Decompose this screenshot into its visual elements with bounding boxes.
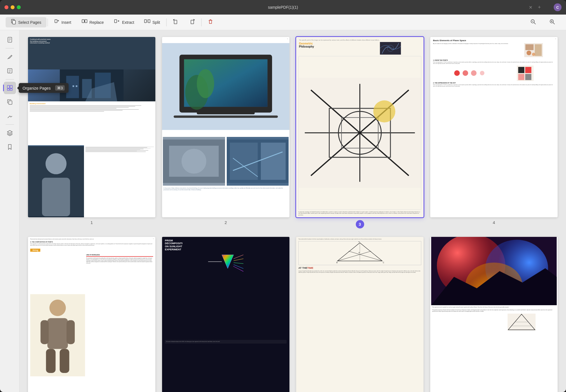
svg-point-79: [480, 71, 485, 75]
page-item-5[interactable]: 5 Points also have dominant and recessiv…: [28, 237, 155, 392]
page-number-4: 4: [493, 220, 495, 225]
svg-rect-84: [525, 74, 531, 80]
pages-area[interactable]: 1 Combined with practical cases,the buil…: [20, 30, 566, 392]
sidebar-item-doc[interactable]: [4, 34, 16, 46]
svg-rect-56: [230, 143, 258, 180]
sidebar-item-organize[interactable]: Organize Pages ⌘3: [4, 82, 16, 94]
toolbar-divider-1: [48, 18, 48, 26]
svg-rect-25: [8, 69, 12, 73]
maximize-button[interactable]: [17, 5, 21, 9]
svg-point-54: [181, 149, 206, 174]
split-label: Split: [152, 20, 160, 25]
active-indicator: [3, 85, 4, 91]
svg-line-24: [8, 59, 8, 59]
svg-point-42: [46, 153, 67, 174]
sidebar-item-sign[interactable]: [4, 110, 16, 122]
zoom-out-button[interactable]: [525, 17, 541, 27]
svg-rect-12: [191, 20, 194, 24]
traffic-lights: [4, 5, 21, 9]
page-item-6[interactable]: PRISMDECOMPOSITION SUNLIGHTEXPERIMENT: [162, 237, 289, 392]
svg-rect-1: [13, 20, 15, 24]
rotate-left-button[interactable]: [168, 17, 184, 27]
svg-point-86: [50, 300, 66, 316]
svg-rect-73: [535, 45, 542, 56]
zoom-out-icon: [530, 19, 536, 26]
svg-rect-31: [7, 89, 10, 90]
svg-rect-43: [42, 178, 70, 216]
sidebar-divider-1: [6, 48, 14, 48]
sidebar-item-pen[interactable]: [4, 51, 16, 63]
svg-rect-48: [197, 111, 255, 114]
svg-rect-7: [114, 20, 117, 23]
replace-button[interactable]: Replace: [76, 17, 109, 27]
window-title: samplePDF(1)(1): [268, 5, 298, 10]
zoom-in-icon: [549, 19, 555, 26]
svg-line-96: [234, 259, 244, 261]
organize-tooltip: Organize Pages ⌘3: [19, 83, 69, 93]
split-button[interactable]: Split: [139, 17, 165, 27]
page-item-7[interactable]: These studies laid the foundation for th…: [296, 237, 424, 392]
page-thumb-3: The specific point of the image can be e…: [296, 37, 424, 217]
svg-point-70: [373, 101, 396, 123]
app-window: samplePDF(1)(1) ✕ + C Select Pages: [0, 0, 566, 392]
sidebar: Organize Pages ⌘3: [0, 30, 20, 392]
pages-grid: 1 Combined with practical cases,the buil…: [28, 37, 558, 392]
toolbar-divider-3: [201, 18, 202, 26]
toolbar: Select Pages Insert: [0, 15, 566, 30]
sidebar-item-bookmark[interactable]: [4, 141, 16, 153]
page-item-4[interactable]: 4 Basic Elements of Plane Space Any art …: [430, 37, 558, 228]
page-item-8[interactable]: This experiment can be repeated over and…: [430, 237, 558, 392]
toolbar-divider-2: [166, 18, 167, 26]
sidebar-item-copy[interactable]: [4, 96, 16, 108]
svg-rect-2: [55, 20, 57, 23]
page-item-2[interactable]: 2: [162, 37, 289, 228]
select-pages-label: Select Pages: [18, 20, 41, 25]
svg-text:C: C: [383, 262, 384, 263]
extract-button[interactable]: Extract: [109, 17, 139, 27]
sidebar-divider-2: [6, 79, 14, 80]
svg-point-74: [527, 51, 531, 55]
svg-marker-92: [222, 255, 234, 269]
svg-line-99: [233, 266, 243, 271]
svg-rect-82: [525, 67, 531, 73]
svg-rect-40: [76, 85, 78, 87]
svg-rect-90: [46, 349, 55, 373]
svg-rect-8: [144, 20, 146, 23]
svg-line-95: [234, 255, 244, 259]
minimize-button[interactable]: [11, 5, 15, 9]
sidebar-item-form[interactable]: [4, 65, 16, 77]
tooltip-label: Organize Pages: [23, 86, 51, 90]
svg-line-19: [553, 23, 555, 24]
select-pages-button[interactable]: Select Pages: [6, 17, 46, 27]
svg-rect-72: [525, 45, 534, 50]
svg-rect-11: [174, 20, 177, 24]
page-item-3[interactable]: The specific point of the image can be e…: [296, 37, 424, 228]
page-item-1[interactable]: 1 Combined with practical cases,the buil…: [28, 37, 155, 228]
sidebar-item-layers[interactable]: [4, 127, 16, 139]
insert-label: Insert: [62, 20, 71, 25]
svg-line-98: [234, 265, 244, 269]
page-thumb-1: 1 Combined with practical cases,the buil…: [28, 37, 155, 217]
svg-line-15: [534, 23, 535, 24]
tab-close-icon[interactable]: ✕: [529, 5, 532, 10]
svg-rect-33: [9, 101, 12, 104]
avatar: C: [554, 3, 562, 11]
close-button[interactable]: [4, 5, 8, 9]
svg-rect-83: [518, 74, 524, 80]
page-number-2: 2: [224, 220, 227, 225]
zoom-in-button[interactable]: [544, 17, 560, 27]
svg-point-76: [454, 70, 460, 76]
extract-icon: [114, 19, 120, 26]
svg-rect-100: [335, 241, 385, 264]
svg-rect-57: [261, 143, 286, 180]
svg-rect-87: [47, 318, 68, 349]
rotate-right-button[interactable]: [184, 17, 200, 27]
sidebar-divider-3: [6, 124, 14, 125]
new-tab-icon[interactable]: +: [538, 4, 541, 10]
rotate-right-icon: [189, 19, 195, 26]
page-thumb-5: 5 Points also have dominant and recessiv…: [28, 237, 155, 392]
insert-button[interactable]: Insert: [49, 17, 76, 27]
delete-button[interactable]: [203, 17, 218, 27]
zoom-controls: [525, 17, 560, 27]
delete-icon: [208, 19, 213, 26]
